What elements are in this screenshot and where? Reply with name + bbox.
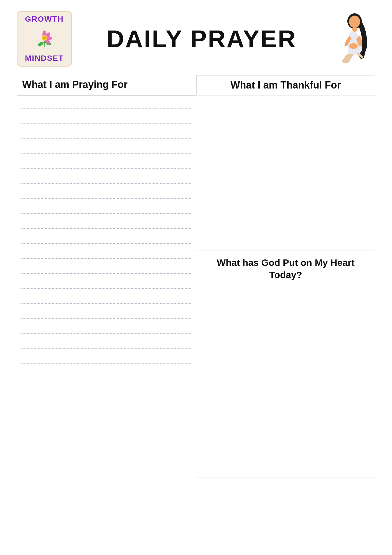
dashed-line <box>21 168 191 169</box>
praying-figure-icon <box>331 12 375 65</box>
sections-header: What I am Praying For What I am Thankful… <box>17 75 375 95</box>
dashed-line <box>21 356 191 356</box>
dashed-line <box>21 311 191 311</box>
dashed-line <box>21 303 191 304</box>
dashed-line <box>21 326 191 326</box>
thankful-section-label: What I am Thankful For <box>196 75 375 95</box>
svg-point-1 <box>37 41 45 47</box>
dashed-line <box>21 228 191 229</box>
dashed-line <box>21 266 191 266</box>
dashed-line <box>21 348 191 349</box>
content-area: What has God Put on My Heart Today? <box>17 95 375 484</box>
dashed-line <box>21 109 191 109</box>
dashed-line <box>21 131 191 131</box>
dashed-line <box>21 191 191 191</box>
dashed-line <box>21 318 191 319</box>
dashed-line <box>21 333 191 334</box>
logo-top-text: GROWTH <box>25 15 64 24</box>
dashed-line <box>21 198 191 199</box>
dashed-line <box>21 296 191 296</box>
dashed-line <box>21 123 191 124</box>
svg-point-11 <box>349 16 360 28</box>
dashed-line <box>21 221 191 221</box>
dashed-line <box>21 138 191 139</box>
right-column: What has God Put on My Heart Today? <box>196 95 375 478</box>
dashed-line <box>21 161 191 161</box>
dashed-line <box>21 213 191 214</box>
dashed-line <box>21 176 191 176</box>
dashed-line <box>21 243 191 244</box>
dashed-line <box>21 251 191 251</box>
praying-lines-area <box>17 95 196 484</box>
svg-point-13 <box>342 59 350 63</box>
dashed-line <box>21 281 191 281</box>
dashed-line <box>21 288 191 289</box>
thankful-lines-area <box>196 95 375 251</box>
dashed-line <box>21 341 191 341</box>
logo-box: GROWTH MINDSET <box>17 11 72 67</box>
svg-point-12 <box>349 43 358 49</box>
page-header: GROWTH MINDSET DAILY PRAYER <box>17 11 375 67</box>
dashed-line <box>21 363 191 364</box>
dashed-line <box>21 146 191 146</box>
dashed-line <box>21 258 191 259</box>
dashed-line <box>21 183 191 184</box>
svg-point-8 <box>43 37 46 39</box>
god-heart-label: What has God Put on My Heart Today? <box>196 251 375 284</box>
dashed-line <box>21 236 191 236</box>
dashed-line <box>21 206 191 206</box>
dashed-line <box>21 153 191 154</box>
god-heart-lines-area <box>196 284 375 478</box>
dashed-line <box>21 273 191 274</box>
logo-bottom-text: MINDSET <box>25 54 64 63</box>
flower-icon <box>32 26 57 52</box>
dashed-line <box>21 116 191 116</box>
praying-section-label: What I am Praying For <box>17 75 196 95</box>
page-title: DAILY PRAYER <box>72 25 331 53</box>
